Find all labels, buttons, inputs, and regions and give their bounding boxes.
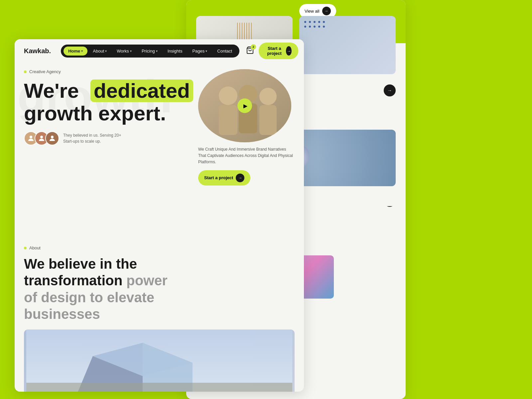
start-project-button[interactable]: Start a project → — [259, 43, 298, 59]
hero-caption: We Craft Unique And Immersive Brand Narr… — [198, 146, 295, 166]
nav-right: 2 Start a project → — [246, 43, 298, 59]
hero-heading: We're dedicated growth expert. — [24, 79, 295, 125]
nav-item-home[interactable]: Home ▾ — [64, 47, 87, 56]
about-label: About — [24, 245, 295, 250]
nav-item-about[interactable]: About ▾ — [88, 47, 111, 56]
logo: Kawkab. — [24, 47, 51, 55]
team-text: They believed in us. Serving 20+Start-up… — [63, 132, 121, 144]
nav-item-insights[interactable]: Insights — [163, 47, 187, 56]
cart-icon[interactable]: 2 — [246, 46, 254, 56]
about-dot-icon — [24, 247, 27, 249]
avatar-3 — [45, 131, 59, 145]
navbar: Kawkab. Home ▾ About ▾ Works ▾ Pricing ▾… — [15, 39, 304, 63]
svg-point-2 — [40, 136, 43, 138]
hero-start-arrow: → — [236, 174, 244, 182]
about-heading: We believe in the transformation power o… — [24, 256, 174, 323]
arrow-icon: → — [322, 7, 331, 15]
project-image-2 — [299, 16, 396, 74]
start-project-label: Start a project — [265, 46, 283, 56]
svg-point-3 — [51, 136, 54, 138]
about-image — [24, 330, 295, 392]
nav-item-works[interactable]: Works ▾ — [112, 47, 136, 56]
svg-point-1 — [30, 136, 32, 138]
avatars — [24, 131, 56, 145]
hero-start-label: Start a project — [204, 175, 233, 180]
start-arrow-icon: → — [286, 46, 292, 56]
nav-item-contact[interactable]: Contact — [212, 47, 237, 56]
nav-item-pricing[interactable]: Pricing ▾ — [137, 47, 162, 56]
hero-start-button[interactable]: Start a project → — [198, 170, 250, 186]
heading-highlight: dedicated — [90, 79, 193, 102]
main-card: Kawkab. Home ▾ About ▾ Works ▾ Pricing ▾… — [15, 39, 304, 392]
svg-rect-15 — [26, 383, 292, 392]
project-arrow-1[interactable]: → — [384, 84, 396, 96]
about-section: About We believe in the transformation p… — [24, 245, 295, 392]
view-all-label: View all — [305, 9, 320, 14]
nav-pill: Home ▾ About ▾ Works ▾ Pricing ▾ Insight… — [61, 45, 239, 58]
hero-section: Creative Agency growth We're dedicated g… — [24, 69, 295, 145]
cart-badge: 2 — [251, 44, 256, 50]
nav-item-pages[interactable]: Pages ▾ — [188, 47, 212, 56]
green-dot-icon — [24, 70, 27, 73]
